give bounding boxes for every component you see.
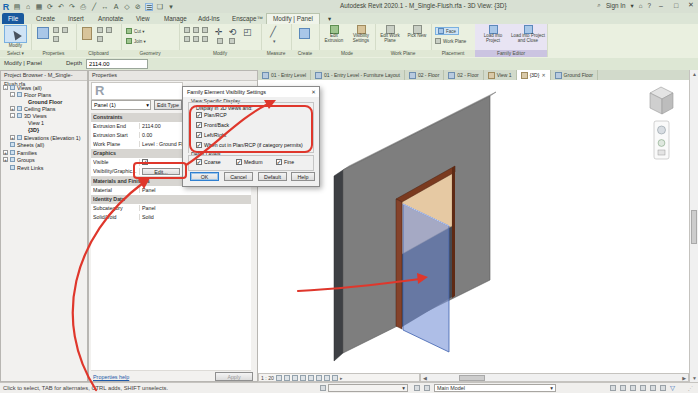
measure-icon[interactable]: ╱ bbox=[90, 3, 98, 11]
filter-icon[interactable]: ▽ bbox=[670, 384, 675, 392]
help-button[interactable]: ? bbox=[647, 2, 651, 9]
type-properties-icon[interactable] bbox=[53, 36, 59, 42]
type-selector[interactable]: Panel (1) ▾ bbox=[91, 100, 151, 110]
view-tab-ground-floor[interactable]: Ground Floor bbox=[551, 70, 598, 80]
vertical-scroll-thumb[interactable] bbox=[691, 210, 697, 244]
customize-qat-icon[interactable]: ▾ bbox=[167, 3, 175, 11]
view-tab-02-floor[interactable]: 02 - Floor bbox=[405, 70, 444, 80]
scroll-down-icon[interactable]: ▼ bbox=[692, 375, 697, 381]
depth-input[interactable] bbox=[86, 59, 148, 69]
app-store-icon[interactable]: ⌂ bbox=[639, 2, 643, 9]
project-browser-header[interactable]: Project Browser - M_Single-Flush.rfa bbox=[1, 71, 87, 81]
visibility-settings-button[interactable]: Visibility Settings bbox=[348, 25, 374, 43]
tree-ground-floor[interactable]: Ground Floor bbox=[21, 98, 62, 105]
close-hidden-windows-icon[interactable]: ❏ bbox=[156, 3, 164, 11]
drag-on-selection-icon[interactable] bbox=[660, 385, 666, 391]
offset-icon[interactable] bbox=[193, 27, 199, 33]
search-icon[interactable]: ⌕ bbox=[597, 1, 601, 9]
tree-3d[interactable]: {3D} bbox=[21, 126, 39, 133]
view-tab-view-1[interactable]: View 1 bbox=[484, 70, 517, 80]
properties-help-link[interactable]: Properties help bbox=[93, 374, 129, 380]
restore-button[interactable]: □ bbox=[671, 2, 681, 9]
view-tab-02-floor-2[interactable]: 02 - Floor bbox=[444, 70, 483, 80]
dialog-help-button[interactable]: Help bbox=[291, 172, 315, 181]
cut-clipboard-icon[interactable] bbox=[106, 27, 112, 33]
tree-ceiling-plans[interactable]: +Ceiling Plans bbox=[10, 105, 55, 112]
measure-icon-big[interactable]: ╱ bbox=[270, 26, 276, 37]
workset-dropdown[interactable]: ▾ bbox=[328, 384, 408, 392]
split-icon[interactable] bbox=[193, 36, 199, 42]
view-tab-3d[interactable]: {3D}✕ bbox=[517, 70, 551, 80]
delete-icon[interactable] bbox=[229, 38, 235, 44]
properties-palette-icon[interactable] bbox=[37, 27, 49, 39]
checkbox-when-cut[interactable]: When cut in Plan/RCP (if category permit… bbox=[196, 142, 303, 148]
editable-only-icon[interactable] bbox=[414, 385, 420, 391]
tab-file[interactable]: File bbox=[2, 13, 24, 24]
checkbox-plan-rcp[interactable]: Plan/RCP bbox=[196, 112, 227, 118]
checkbox-medium[interactable]: Medium bbox=[236, 159, 262, 165]
mirror-icon[interactable] bbox=[202, 27, 208, 33]
show-crop-icon[interactable] bbox=[316, 375, 322, 381]
design-options-icon[interactable] bbox=[424, 385, 430, 391]
tab-insert[interactable]: Insert bbox=[62, 13, 90, 24]
tab-create[interactable]: Create bbox=[30, 13, 61, 24]
move-icon[interactable]: ✛ bbox=[215, 27, 223, 37]
select-underlay-icon[interactable] bbox=[630, 385, 636, 391]
tree-view-1[interactable]: View 1 bbox=[21, 119, 44, 126]
reveal-hidden-icon[interactable] bbox=[332, 375, 338, 381]
checkbox-coarse[interactable]: Coarse bbox=[196, 159, 221, 165]
apply-button[interactable]: Apply bbox=[215, 372, 253, 381]
scale-button[interactable]: 1 : 20 bbox=[261, 375, 274, 381]
tab-modify-panel[interactable]: Modify | Panel bbox=[266, 13, 320, 24]
tree-groups[interactable]: +Groups bbox=[3, 156, 35, 163]
visual-style-icon[interactable] bbox=[284, 375, 290, 381]
default-3d-view-icon[interactable]: ◇ bbox=[123, 3, 131, 11]
vertical-scrollbar[interactable]: ▲ ▼ bbox=[689, 70, 698, 382]
scale-icon[interactable]: ◰ bbox=[243, 27, 252, 37]
visible-checkbox[interactable] bbox=[142, 159, 148, 165]
drawing-canvas[interactable]: 海南省BIM中心 bbox=[258, 80, 689, 373]
revit-logo[interactable]: R bbox=[2, 3, 10, 11]
dialog-close-icon[interactable]: ✕ bbox=[309, 88, 318, 96]
file-menu-icon[interactable]: ▤ bbox=[13, 3, 21, 11]
sign-in-button[interactable]: Sign In bbox=[606, 2, 626, 9]
sync-icon[interactable]: ⟳ bbox=[46, 3, 54, 11]
type-preview[interactable]: R bbox=[91, 82, 183, 100]
thin-lines-icon[interactable]: ☰ bbox=[145, 3, 153, 11]
scroll-up-icon[interactable]: ▲ bbox=[692, 71, 697, 77]
door-frame-left-jamb[interactable] bbox=[396, 199, 402, 329]
tree-elevations[interactable]: +Elevations (Elevation 1) bbox=[10, 134, 81, 141]
tree-sheets[interactable]: Sheets (all) bbox=[3, 141, 44, 148]
measure-caret-icon[interactable]: ▾ bbox=[273, 38, 276, 44]
exclude-options-icon[interactable] bbox=[610, 385, 616, 391]
navigation-bar[interactable] bbox=[654, 121, 669, 159]
checkbox-fine[interactable]: Fine bbox=[276, 159, 294, 165]
paste-icon[interactable] bbox=[82, 27, 92, 40]
tree-families[interactable]: +Families bbox=[3, 149, 37, 156]
tree-floor-plans[interactable]: -Floor Plans bbox=[10, 91, 51, 98]
select-pinned-icon[interactable] bbox=[640, 385, 646, 391]
checkbox-left-right[interactable]: Left/Right bbox=[196, 132, 226, 138]
horizontal-scrollbar[interactable]: ◀ ▶ bbox=[420, 373, 689, 382]
pin-icon[interactable] bbox=[217, 38, 223, 44]
print-icon[interactable]: ⎙ bbox=[79, 3, 87, 11]
dialog-title[interactable]: Family Element Visibility Settings bbox=[183, 87, 319, 97]
design-option-dropdown[interactable]: Main Model ▾ bbox=[434, 384, 556, 392]
detail-level-icon[interactable] bbox=[276, 375, 282, 381]
edit-type-button[interactable]: Edit Type bbox=[154, 100, 182, 110]
close-button[interactable]: ✕ bbox=[686, 1, 696, 9]
edit-extrusion-button[interactable]: Edit Extrusion bbox=[321, 25, 347, 43]
crop-view-icon[interactable] bbox=[308, 375, 314, 381]
load-into-project-button[interactable]: Load into Project bbox=[477, 25, 509, 43]
resize-grip[interactable]: ⋰ bbox=[688, 385, 693, 391]
array-icon[interactable] bbox=[202, 36, 208, 42]
dialog-cancel-button[interactable]: Cancel bbox=[224, 172, 253, 181]
selected-door-panel[interactable] bbox=[403, 204, 449, 352]
create-component-icon[interactable] bbox=[299, 28, 310, 39]
dialog-default-button[interactable]: Default bbox=[258, 172, 287, 181]
cut-geometry-button[interactable]: Cut ▾ bbox=[126, 28, 145, 34]
tab-enscape[interactable]: Enscape™ bbox=[226, 13, 269, 24]
modify-tool-button[interactable] bbox=[4, 25, 27, 43]
sun-path-icon[interactable] bbox=[292, 375, 298, 381]
edit-work-plane-button[interactable]: Edit Work Plane bbox=[377, 25, 403, 43]
